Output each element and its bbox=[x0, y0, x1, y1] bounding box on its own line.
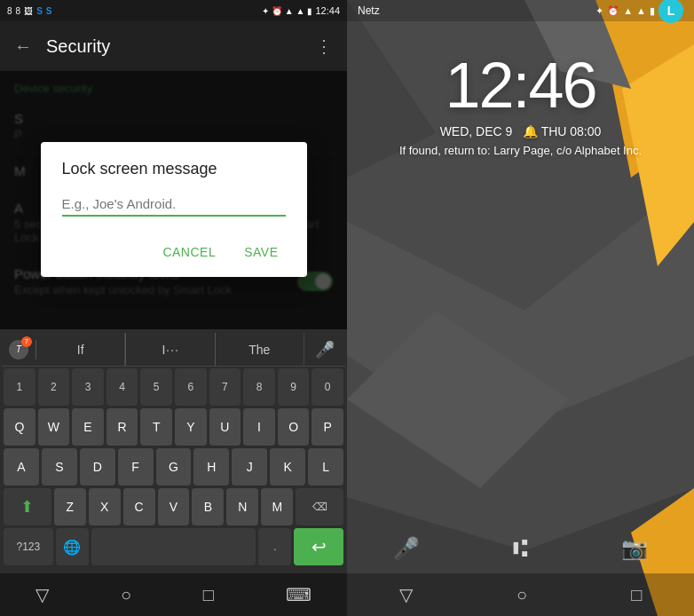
lock-content: 12:46 WED, DEC 9 🔔 THU 08:00 If found, r… bbox=[347, 53, 694, 157]
top-bar: ← Security ⋮ bbox=[0, 21, 347, 71]
key-b[interactable]: B bbox=[192, 488, 224, 525]
autocomplete-row: T 7 If I ··· The 🎤 bbox=[2, 333, 345, 367]
save-button[interactable]: SAVE bbox=[237, 241, 285, 263]
key-r[interactable]: R bbox=[106, 408, 138, 446]
space-key[interactable] bbox=[91, 528, 256, 565]
lock-home-nav[interactable]: ○ bbox=[517, 585, 527, 605]
key-v[interactable]: V bbox=[158, 488, 190, 525]
bottom-row: ?123 🌐 . ↩ bbox=[4, 528, 343, 565]
key-s[interactable]: S bbox=[42, 448, 77, 486]
key-m[interactable]: M bbox=[261, 488, 293, 525]
key-e[interactable]: E bbox=[72, 408, 104, 446]
key-k[interactable]: K bbox=[270, 448, 305, 486]
globe-key[interactable]: 🌐 bbox=[56, 528, 89, 565]
dialog-title: Lock screen message bbox=[62, 160, 286, 178]
autocomplete-i[interactable]: I ··· bbox=[125, 333, 215, 366]
key-z[interactable]: Z bbox=[54, 488, 86, 525]
lock-alarm-icon: ⏰ bbox=[607, 5, 619, 17]
key-6[interactable]: 6 bbox=[175, 368, 207, 406]
key-t[interactable]: T bbox=[140, 408, 172, 446]
mic-bottom-icon[interactable]: 🎤 bbox=[393, 536, 420, 561]
key-h[interactable]: H bbox=[193, 448, 229, 486]
fingerprint-icon[interactable]: ⑆ bbox=[513, 534, 528, 563]
key-w[interactable]: W bbox=[38, 408, 70, 446]
overflow-menu-button[interactable]: ⋮ bbox=[315, 36, 333, 57]
key-9[interactable]: 9 bbox=[278, 368, 310, 406]
time-left: 12:44 bbox=[315, 5, 340, 16]
lock-status-bar: Netz ✦ ⏰ ▲ ▲ ▮ L bbox=[347, 0, 694, 21]
home-nav-icon[interactable]: ○ bbox=[121, 585, 131, 605]
asdf-row: A S D F G H J K L bbox=[4, 448, 343, 486]
key-7[interactable]: 7 bbox=[209, 368, 241, 406]
lock-wifi-icon: ▲ bbox=[636, 5, 646, 16]
key-f[interactable]: F bbox=[118, 448, 154, 486]
lock-message-input[interactable] bbox=[62, 193, 286, 217]
notif-img: 🖼 bbox=[24, 6, 33, 16]
nav-bar-left: ▽ ○ □ ⌨ bbox=[0, 573, 347, 616]
key-d[interactable]: D bbox=[80, 448, 115, 486]
account-avatar: L bbox=[659, 0, 683, 23]
page-title: Security bbox=[46, 36, 301, 57]
back-nav-icon[interactable]: ▽ bbox=[35, 584, 49, 605]
lock-date: WED, DEC 9 🔔 THU 08:00 bbox=[440, 124, 602, 138]
nyt-logo: T bbox=[16, 344, 21, 354]
left-panel: 8 8 🖼 S S ✦ ⏰ ▲ ▲ ▮ 12:44 ← Security ⋮ D… bbox=[0, 0, 347, 616]
recents-nav-icon[interactable]: □ bbox=[203, 585, 214, 605]
wifi-icon: ▲ bbox=[296, 6, 305, 16]
key-8[interactable]: 8 bbox=[243, 368, 275, 406]
number-row: 1 2 3 4 5 6 7 8 9 0 bbox=[4, 368, 343, 406]
cancel-button[interactable]: CANCEL bbox=[155, 241, 223, 263]
key-u[interactable]: U bbox=[209, 408, 241, 446]
lock-back-nav[interactable]: ▽ bbox=[399, 584, 413, 605]
delete-key[interactable]: ⌫ bbox=[296, 488, 343, 525]
key-l[interactable]: L bbox=[308, 448, 343, 486]
lock-nav-bar: ▽ ○ □ bbox=[347, 573, 694, 616]
key-x[interactable]: X bbox=[89, 488, 121, 525]
key-n[interactable]: N bbox=[226, 488, 258, 525]
lock-signal-icon: ▲ bbox=[623, 5, 633, 16]
key-3[interactable]: 3 bbox=[72, 368, 104, 406]
autocomplete-the[interactable]: The bbox=[216, 333, 304, 366]
lock-bottom-icons: 🎤 ⑆ 📷 bbox=[347, 534, 694, 563]
key-4[interactable]: 4 bbox=[106, 368, 138, 406]
dialog-overlay: Lock screen message CANCEL SAVE bbox=[0, 71, 347, 329]
enter-key[interactable]: ↩ bbox=[294, 528, 343, 565]
keyboard-rows: 1 2 3 4 5 6 7 8 9 0 Q W E R T Y U I O bbox=[2, 367, 345, 570]
shift-key[interactable]: ⬆ bbox=[4, 488, 51, 525]
mic-icon: 🎤 bbox=[315, 340, 335, 359]
keyboard-nav-icon[interactable]: ⌨ bbox=[286, 584, 312, 605]
carrier-name: Netz bbox=[358, 4, 380, 17]
key-i[interactable]: I bbox=[243, 408, 275, 446]
key-a[interactable]: A bbox=[4, 448, 39, 486]
key-o[interactable]: O bbox=[278, 408, 310, 446]
settings-content: Device security S P M A 5 seconds after … bbox=[0, 71, 347, 329]
lock-system-icons: ✦ ⏰ ▲ ▲ ▮ L bbox=[595, 0, 683, 23]
right-panel: Netz ✦ ⏰ ▲ ▲ ▮ L 12:46 WED, DEC 9 🔔 THU … bbox=[347, 0, 694, 616]
alarm-icon: ⏰ bbox=[272, 6, 282, 16]
lock-recents-nav[interactable]: □ bbox=[631, 585, 642, 605]
key-0[interactable]: 0 bbox=[312, 368, 343, 406]
key-q[interactable]: Q bbox=[4, 408, 35, 446]
status-bar-left: 8 8 🖼 S S ✦ ⏰ ▲ ▲ ▮ 12:44 bbox=[0, 0, 347, 21]
key-p[interactable]: P bbox=[312, 408, 343, 446]
system-icons: ✦ ⏰ ▲ ▲ ▮ 12:44 bbox=[262, 5, 340, 16]
key-j[interactable]: J bbox=[232, 448, 267, 486]
autocomplete-if[interactable]: If bbox=[36, 333, 125, 366]
camera-icon[interactable]: 📷 bbox=[621, 536, 648, 561]
period-key[interactable]: . bbox=[258, 528, 291, 565]
notification-badge: 7 bbox=[21, 336, 32, 347]
lock-time: 12:46 bbox=[445, 53, 595, 117]
key-2[interactable]: 2 bbox=[38, 368, 70, 406]
zxcv-row: ⬆ Z X C V B N M ⌫ bbox=[4, 488, 343, 525]
numbers-key[interactable]: ?123 bbox=[4, 528, 53, 565]
lock-screen-message-dialog: Lock screen message CANCEL SAVE bbox=[41, 142, 307, 277]
key-5[interactable]: 5 bbox=[140, 368, 172, 406]
key-y[interactable]: Y bbox=[175, 408, 207, 446]
notif-8a: 8 bbox=[7, 6, 12, 16]
back-button[interactable]: ← bbox=[14, 36, 32, 57]
mic-button[interactable]: 🎤 bbox=[304, 333, 345, 366]
key-1[interactable]: 1 bbox=[4, 368, 35, 406]
key-g[interactable]: G bbox=[156, 448, 192, 486]
qwerty-row: Q W E R T Y U I O P bbox=[4, 408, 343, 446]
key-c[interactable]: C bbox=[123, 488, 155, 525]
